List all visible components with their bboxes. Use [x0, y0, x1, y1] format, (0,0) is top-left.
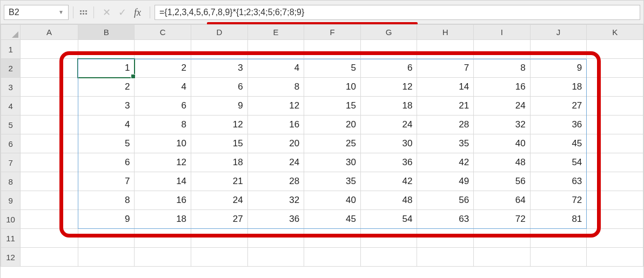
cell-A9[interactable]: [21, 191, 78, 210]
cell-D5[interactable]: 12: [191, 116, 248, 134]
cell-F3[interactable]: 10: [304, 78, 361, 97]
cell-C8[interactable]: 14: [135, 172, 191, 191]
cell-J2[interactable]: 9: [530, 59, 587, 78]
row-header-11[interactable]: 11: [1, 229, 21, 248]
cell-K1[interactable]: [587, 40, 643, 59]
cell-D3[interactable]: 6: [191, 78, 248, 97]
column-header-A[interactable]: A: [21, 25, 78, 40]
cell-G11[interactable]: [360, 229, 417, 248]
cell-F7[interactable]: 30: [304, 153, 361, 172]
cell-D2[interactable]: 3: [191, 59, 248, 78]
cell-J7[interactable]: 54: [530, 153, 587, 172]
cell-A8[interactable]: [21, 172, 78, 191]
cell-G7[interactable]: 36: [360, 153, 417, 172]
formula-bar-drag-handle-icon[interactable]: [78, 7, 89, 18]
cell-H11[interactable]: [417, 229, 474, 248]
cell-C1[interactable]: [135, 40, 191, 59]
column-header-I[interactable]: I: [474, 25, 531, 40]
cell-I7[interactable]: 48: [474, 153, 531, 172]
cell-B1[interactable]: [78, 40, 135, 59]
cell-G5[interactable]: 24: [360, 116, 417, 134]
cell-J3[interactable]: 18: [530, 78, 587, 97]
column-header-C[interactable]: C: [135, 25, 191, 40]
cell-H10[interactable]: 63: [417, 210, 474, 229]
cell-A4[interactable]: [21, 97, 78, 116]
cell-C12[interactable]: [135, 248, 191, 267]
cell-F10[interactable]: 45: [304, 210, 361, 229]
cell-C5[interactable]: 8: [135, 116, 191, 134]
cell-K10[interactable]: [587, 210, 643, 229]
cell-E10[interactable]: 36: [247, 210, 304, 229]
cell-D11[interactable]: [191, 229, 248, 248]
cell-K8[interactable]: [587, 172, 643, 191]
cell-A12[interactable]: [21, 248, 78, 267]
cell-B12[interactable]: [78, 248, 135, 267]
cell-D1[interactable]: [191, 40, 248, 59]
cell-D10[interactable]: 27: [191, 210, 248, 229]
column-header-J[interactable]: J: [530, 25, 587, 40]
cell-F1[interactable]: [304, 40, 361, 59]
cell-K12[interactable]: [587, 248, 643, 267]
cell-H3[interactable]: 14: [417, 78, 474, 97]
cell-C9[interactable]: 16: [135, 191, 191, 210]
row-header-5[interactable]: 5: [1, 116, 21, 134]
row-header-12[interactable]: 12: [1, 248, 21, 267]
cell-G12[interactable]: [360, 248, 417, 267]
row-header-4[interactable]: 4: [1, 97, 21, 116]
cell-F5[interactable]: 20: [304, 116, 361, 134]
cell-A3[interactable]: [21, 78, 78, 97]
cell-H8[interactable]: 49: [417, 172, 474, 191]
cell-K2[interactable]: [587, 59, 643, 78]
cell-A11[interactable]: [21, 229, 78, 248]
cell-B11[interactable]: [78, 229, 135, 248]
cell-F8[interactable]: 35: [304, 172, 361, 191]
cell-A6[interactable]: [21, 134, 78, 153]
cell-J10[interactable]: 81: [530, 210, 587, 229]
row-header-2[interactable]: 2: [1, 59, 21, 78]
cell-I2[interactable]: 8: [474, 59, 531, 78]
cell-E7[interactable]: 24: [247, 153, 304, 172]
cell-C10[interactable]: 18: [135, 210, 191, 229]
cell-K3[interactable]: [587, 78, 643, 97]
chevron-down-icon[interactable]: ▼: [58, 9, 64, 15]
cell-G4[interactable]: 18: [360, 97, 417, 116]
cell-D7[interactable]: 18: [191, 153, 248, 172]
cell-F11[interactable]: [304, 229, 361, 248]
cell-G3[interactable]: 12: [360, 78, 417, 97]
cell-K6[interactable]: [587, 134, 643, 153]
cell-E2[interactable]: 4: [247, 59, 304, 78]
cell-H2[interactable]: 7: [417, 59, 474, 78]
cell-I12[interactable]: [474, 248, 531, 267]
row-header-6[interactable]: 6: [1, 134, 21, 153]
cell-H7[interactable]: 42: [417, 153, 474, 172]
cell-J12[interactable]: [530, 248, 587, 267]
cell-D12[interactable]: [191, 248, 248, 267]
row-header-8[interactable]: 8: [1, 172, 21, 191]
cell-E12[interactable]: [247, 248, 304, 267]
row-header-9[interactable]: 9: [1, 191, 21, 210]
column-header-H[interactable]: H: [417, 25, 474, 40]
cell-H12[interactable]: [417, 248, 474, 267]
row-header-10[interactable]: 10: [1, 210, 21, 229]
cell-J8[interactable]: 63: [530, 172, 587, 191]
cell-J5[interactable]: 36: [530, 116, 587, 134]
cell-B6[interactable]: 5: [78, 134, 135, 153]
cell-H1[interactable]: [417, 40, 474, 59]
cell-I6[interactable]: 40: [474, 134, 531, 153]
cell-E9[interactable]: 32: [247, 191, 304, 210]
cell-F9[interactable]: 40: [304, 191, 361, 210]
cell-D6[interactable]: 15: [191, 134, 248, 153]
cell-I1[interactable]: [474, 40, 531, 59]
cell-G9[interactable]: 48: [360, 191, 417, 210]
cell-F2[interactable]: 5: [304, 59, 361, 78]
cell-F12[interactable]: [304, 248, 361, 267]
cell-K11[interactable]: [587, 229, 643, 248]
cell-J11[interactable]: [530, 229, 587, 248]
cell-C7[interactable]: 12: [135, 153, 191, 172]
cell-G6[interactable]: 30: [360, 134, 417, 153]
cell-C11[interactable]: [135, 229, 191, 248]
cell-J9[interactable]: 72: [530, 191, 587, 210]
cell-I9[interactable]: 64: [474, 191, 531, 210]
cell-I3[interactable]: 16: [474, 78, 531, 97]
cell-C4[interactable]: 6: [135, 97, 191, 116]
